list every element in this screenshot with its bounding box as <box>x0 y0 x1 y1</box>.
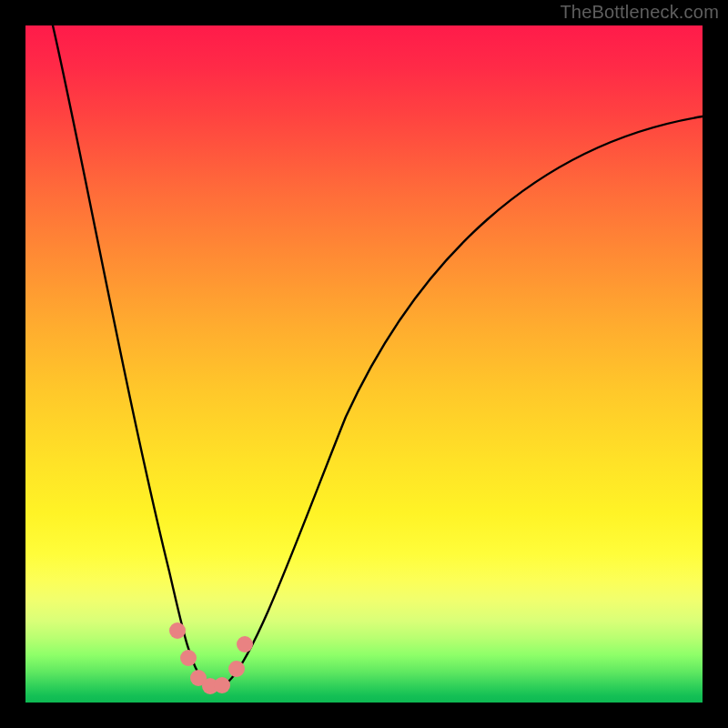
watermark-text: TheBottleneck.com <box>560 2 719 23</box>
svg-point-5 <box>228 661 245 677</box>
svg-point-1 <box>180 650 197 666</box>
svg-point-6 <box>237 636 253 652</box>
svg-point-0 <box>169 622 186 639</box>
dip-markers <box>169 622 253 694</box>
plot-area <box>25 25 703 703</box>
chart-frame: TheBottleneck.com <box>0 0 728 728</box>
bottleneck-curve <box>53 25 703 687</box>
svg-point-4 <box>214 677 230 693</box>
curve-layer <box>25 25 703 703</box>
